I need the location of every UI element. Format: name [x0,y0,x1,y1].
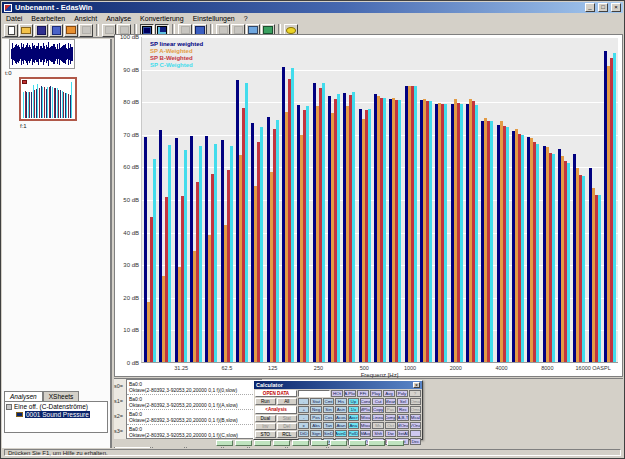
quick-button[interactable] [368,440,385,446]
menu-item-ansicht[interactable]: Ansicht [74,15,97,22]
menu-item-analyse[interactable]: Analyse [106,15,131,22]
menu-item-datei[interactable]: Datei [6,15,22,22]
calc-button-up[interactable]: Up [348,398,359,405]
sidebar-tab-xsheets[interactable]: XSheets [43,391,80,401]
menu-item-konvertierung[interactable]: Konvertierung [140,15,184,22]
calc-button-opendata[interactable]: OPEN DATA [255,390,297,397]
calc-button-dec[interactable]: Dec [410,438,421,445]
print-button[interactable] [79,24,93,37]
calc-button-mcal[interactable]: Mcal [410,414,421,421]
menu-item-bearbeiten[interactable]: Bearbeiten [31,15,65,22]
calc-button-copy[interactable]: Copy [372,406,383,413]
calc-button-dtd[interactable]: DtD [298,430,309,437]
calc-button-mtoa[interactable]: Mtoa [360,422,371,429]
spectrum-thumbnail[interactable] [19,77,77,121]
calc-button-del[interactable]: Del [277,423,298,430]
menu-item-?[interactable]: ? [244,15,248,22]
calculator-close-icon[interactable]: × [413,382,420,388]
calc-button-analysis[interactable]: <Analysis [255,406,297,413]
calc-button-axcr[interactable]: Axcr [348,414,359,421]
calc-button-ms[interactable]: Ms [372,422,383,429]
calc-button-hot[interactable]: HOt [331,390,343,397]
result-row[interactable]: Ba0:0Oktave(2-80392,3-92053,20,20000 0,1… [127,380,261,395]
calc-button-dual[interactable]: Dual [255,415,276,422]
calc-button-oct[interactable]: Oct [385,422,396,429]
calculator-display[interactable] [298,390,330,397]
calc-button-fft[interactable]: FFt [357,390,369,397]
calc-button-sign[interactable]: Sign [310,430,321,437]
calc-button-sind[interactable]: SinD [323,430,334,437]
menu-item-einstellungen[interactable]: Einstellungen [193,15,235,22]
calc-button-avg[interactable]: Avg [383,390,395,397]
calc-button-pos[interactable]: Pos [310,414,321,421]
result-row[interactable]: Ba0:0Oktave(2-80392,3-92053,20,20000 0,1… [127,395,261,410]
quick-button[interactable] [330,440,347,446]
calc-button-mean[interactable]: Mean [385,398,396,405]
calc-button-sel[interactable]: Sel [397,398,408,405]
calc-button-[interactable]: . [298,398,309,405]
quick-button[interactable] [311,440,328,446]
calc-button-cos[interactable]: Cos [323,414,334,421]
calc-button-rcl[interactable]: RCL [277,431,298,438]
calc-button-1x[interactable]: 1/x [348,406,359,413]
quick-button[interactable] [387,440,404,446]
calc-button-x[interactable]: x [298,422,309,429]
save-button[interactable] [34,24,48,37]
calc-button-mixa[interactable]: Mixa [360,414,371,421]
calc-button-run[interactable]: Run [255,398,276,405]
quick-button[interactable] [254,440,271,446]
calc-button-cut[interactable]: Cut [372,398,383,405]
quick-button[interactable] [235,440,252,446]
result-row[interactable]: Ba0:0Oktave(2-80392,3-92053,20,20000 0,1… [127,425,261,439]
result-row[interactable]: Ba0:0Oktave(2-80392,3-92053,20,20000 0,1… [127,410,261,425]
calc-button-sin[interactable]: Sin [323,406,334,413]
calc-button-asin[interactable]: Asin [335,406,346,413]
calc-button-tan[interactable]: Tan [323,422,334,429]
quick-button[interactable] [292,440,309,446]
calc-button-pold[interactable]: PolD [348,430,359,437]
calc-button-mplay[interactable]: MPlay [360,406,371,413]
calc-button-asind[interactable]: AsinD [335,430,346,437]
calc-button-inv[interactable]: Inv [255,423,276,430]
open-folder-button[interactable] [19,24,33,37]
calc-button-aplot[interactable]: A.Plot [344,390,356,397]
time-signal-thumbnail[interactable] [9,39,75,69]
calc-button-mona[interactable]: MOna [397,422,408,429]
sidebar-tab-analysen[interactable]: Analysen [4,391,43,401]
calc-button-lineal[interactable]: Lineal [372,414,383,421]
calc-button-?[interactable]: ? [409,390,421,397]
calc-button-compl[interactable]: Compl [385,414,396,421]
quick-button[interactable] [216,440,233,446]
calc-button-ana[interactable]: Ana [348,422,359,429]
save-copy-button[interactable] [49,24,63,37]
calculator-title-bar[interactable]: Calculator × [254,381,422,389]
calc-button-abs[interactable]: Abs [310,422,321,429]
calc-button-cmt[interactable]: Cmt [323,398,334,405]
calc-button-getall[interactable]: GetAll [397,430,408,437]
calc-button-pas[interactable]: Pas [385,406,396,413]
calc-button-neg[interactable]: Neg [310,406,321,413]
calc-button-oma[interactable]: Oma [410,398,421,405]
new-document-button[interactable] [4,24,18,37]
import-folder-button[interactable] [64,24,78,37]
calc-button-blank[interactable] [410,430,421,437]
calc-button-rec[interactable]: Rec [397,406,408,413]
tree-item-sound-pressure[interactable]: 0001 Sound Pressure [16,411,106,418]
calc-button-vona[interactable]: VOna [410,422,421,429]
calc-button-cond[interactable]: Cond [360,398,371,405]
calc-button-play[interactable]: Play [370,390,382,397]
quick-button[interactable] [273,440,290,446]
close-button[interactable]: × [611,3,621,12]
calc-button-[interactable]: - [298,414,309,421]
minimize-button[interactable]: _ [585,3,595,12]
calc-button-atan[interactable]: Atan [335,422,346,429]
calc-button-shft[interactable]: Shft [372,430,383,437]
calc-button-poly[interactable]: Poly [396,390,408,397]
calc-button-dw[interactable]: Dw [385,430,396,437]
quick-button[interactable] [349,440,366,446]
maximize-button[interactable]: □ [598,3,608,12]
calc-button-mavg[interactable]: MAvg [360,430,371,437]
calc-button-abt[interactable]: A,B,T [397,414,408,421]
calc-button-his[interactable]: His [335,398,346,405]
calc-button-acos[interactable]: Acos [335,414,346,421]
